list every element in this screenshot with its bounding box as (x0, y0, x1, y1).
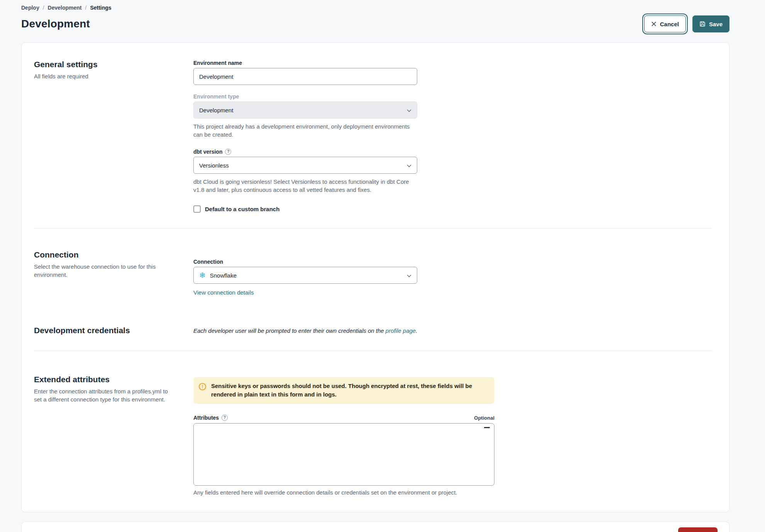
connection-field-label: Connection (193, 259, 712, 265)
connection-section: Connection Select the warehouse connecti… (34, 229, 712, 312)
dbt-version-help-text: dbt Cloud is going versionless! Select V… (193, 178, 412, 194)
save-button[interactable]: Save (692, 15, 729, 32)
development-credentials-section: Development credentials Each developer u… (34, 312, 712, 351)
environment-name-label: Environment name (193, 60, 712, 66)
connection-fields: Connection ❄ Snowflake View connection d… (193, 259, 712, 296)
profile-page-link[interactable]: profile page (386, 327, 416, 334)
credentials-note-text: Each developer user will be prompted to … (193, 327, 386, 334)
environment-type-field-group: Environment type Development This projec… (193, 93, 712, 139)
attributes-note: Any fields entered here will override co… (193, 489, 712, 496)
environment-name-input[interactable] (193, 68, 417, 85)
connection-select[interactable]: ❄ Snowflake (193, 267, 417, 284)
help-icon[interactable]: ? (225, 149, 231, 155)
credentials-note: Each developer user will be prompted to … (193, 327, 712, 334)
environment-type-label: Environment type (193, 93, 712, 100)
connection-intro: Connection Select the warehouse connecti… (34, 250, 193, 296)
custom-branch-row: Default to a custom branch (193, 205, 712, 213)
connection-heading: Connection (34, 250, 193, 259)
connection-value: Snowflake (210, 272, 237, 279)
warning-text: Sensitive keys or passwords should not b… (211, 382, 487, 399)
snowflake-icon: ❄ (199, 271, 206, 279)
delete-button[interactable]: Delete (678, 527, 718, 532)
general-settings-intro: General settings All fields are required (34, 60, 193, 213)
breadcrumb-separator: / (43, 5, 44, 11)
credentials-note-wrap: Each developer user will be prompted to … (193, 326, 712, 335)
optional-badge: Optional (474, 415, 494, 421)
general-settings-fields: Environment name Environment type Develo… (193, 60, 712, 213)
credentials-intro: Development credentials (34, 326, 193, 335)
general-settings-section: General settings All fields are required… (34, 43, 712, 229)
delete-environment-card: Click the button below to delete this en… (21, 522, 729, 532)
attributes-label-group: Attributes ? (193, 415, 228, 421)
connection-field-group: Connection ❄ Snowflake View connection d… (193, 259, 712, 296)
chevron-down-icon (407, 272, 411, 279)
collapse-handle-icon[interactable] (484, 427, 490, 428)
sensitive-keys-warning-banner: ! Sensitive keys or passwords should not… (193, 377, 494, 404)
dbt-version-label: dbt version (193, 149, 222, 155)
chevron-down-icon (407, 107, 411, 114)
page-title: Development (21, 18, 90, 30)
attributes-label-row: Attributes ? Optional (193, 415, 494, 421)
extended-attributes-heading: Extended attributes (34, 375, 193, 384)
save-icon (699, 21, 706, 27)
dbt-version-label-row: dbt version ? (193, 149, 712, 155)
chevron-down-icon (407, 162, 411, 169)
help-icon[interactable]: ? (222, 415, 228, 421)
dbt-version-field-group: dbt version ? Versionless dbt Cloud is g… (193, 149, 712, 194)
extended-attributes-intro: Extended attributes Enter the connection… (34, 375, 193, 496)
custom-branch-checkbox[interactable] (193, 205, 201, 213)
credentials-note-suffix: . (416, 327, 417, 334)
save-button-label: Save (709, 21, 723, 27)
dbt-version-value: Versionless (199, 162, 229, 169)
extended-attributes-subheading: Enter the connection attributes from a p… (34, 387, 175, 403)
development-credentials-heading: Development credentials (34, 326, 193, 335)
page-header: Deploy / Development / Settings Developm… (0, 0, 765, 32)
warning-icon: ! (199, 383, 206, 390)
breadcrumb-development[interactable]: Development (48, 5, 82, 11)
general-settings-heading: General settings (34, 60, 193, 69)
breadcrumb-separator: / (85, 5, 87, 11)
attributes-label: Attributes (193, 415, 219, 421)
extended-attributes-section: Extended attributes Enter the connection… (34, 351, 712, 512)
cancel-button-label: Cancel (660, 21, 679, 27)
settings-card: General settings All fields are required… (21, 42, 729, 512)
environment-type-help-text: This project already has a development e… (193, 122, 412, 139)
connection-subheading: Select the warehouse connection to use f… (34, 263, 167, 279)
general-settings-subheading: All fields are required (34, 72, 167, 80)
extended-attributes-fields: ! Sensitive keys or passwords should not… (193, 377, 712, 496)
custom-branch-label: Default to a custom branch (205, 206, 279, 212)
breadcrumb-settings: Settings (90, 5, 111, 11)
environment-type-value: Development (199, 107, 233, 114)
dbt-version-select[interactable]: Versionless (193, 157, 417, 174)
attributes-textarea[interactable] (193, 423, 494, 486)
view-connection-details-link[interactable]: View connection details (193, 289, 254, 296)
breadcrumb-deploy[interactable]: Deploy (21, 5, 39, 11)
header-actions: Cancel Save (644, 15, 729, 32)
breadcrumb: Deploy / Development / Settings (21, 5, 729, 11)
environment-name-field-group: Environment name (193, 60, 712, 85)
title-row: Development Cancel Save (21, 15, 729, 32)
connection-select-value-row: ❄ Snowflake (199, 271, 237, 279)
environment-type-select: Development (193, 102, 417, 119)
cancel-button[interactable]: Cancel (644, 15, 686, 32)
close-icon (651, 21, 657, 27)
